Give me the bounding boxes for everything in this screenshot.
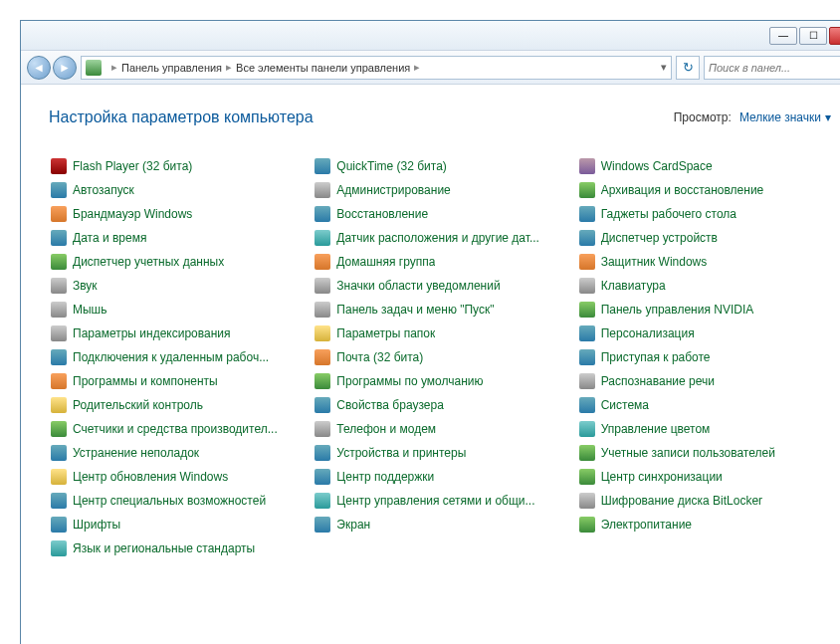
- item-icon: [579, 349, 595, 365]
- breadcrumb-part[interactable]: Все элементы панели управления: [236, 62, 410, 74]
- control-panel-item[interactable]: Параметры индексирования: [49, 322, 303, 345]
- item-icon: [579, 373, 595, 389]
- control-panel-item[interactable]: Родительский контроль: [49, 393, 303, 417]
- control-panel-item[interactable]: Параметры папок: [313, 322, 566, 345]
- item-icon: [579, 469, 595, 485]
- item-label: Значки области уведомлений: [336, 279, 500, 293]
- item-icon: [579, 517, 595, 533]
- item-icon: [579, 158, 595, 174]
- search-box[interactable]: 🔍: [704, 56, 840, 80]
- heading-row: Настройка параметров компьютера Просмотр…: [49, 108, 831, 126]
- control-panel-item[interactable]: Система: [577, 393, 831, 417]
- control-panel-item[interactable]: Экран: [313, 513, 566, 537]
- control-panel-item[interactable]: Автозапуск: [49, 178, 303, 202]
- control-panel-item[interactable]: Гаджеты рабочего стола: [577, 202, 831, 226]
- control-panel-item[interactable]: QuickTime (32 бита): [313, 154, 566, 178]
- minimize-button[interactable]: —: [769, 27, 797, 45]
- control-panel-item[interactable]: Центр специальных возможностей: [49, 489, 303, 513]
- item-label: Приступая к работе: [601, 350, 711, 364]
- item-label: Система: [601, 398, 649, 412]
- item-label: Клавиатура: [601, 279, 666, 293]
- control-panel-item[interactable]: Центр управления сетями и общи...: [313, 489, 566, 513]
- chevron-right-icon: ▸: [226, 61, 232, 74]
- page-title: Настройка параметров компьютера: [49, 108, 314, 126]
- control-panel-item[interactable]: Шрифты: [49, 513, 303, 537]
- item-icon: [51, 397, 67, 413]
- control-panel-item[interactable]: Распознавание речи: [577, 369, 831, 393]
- back-button[interactable]: ◄: [27, 56, 51, 80]
- control-panel-item[interactable]: Электропитание: [577, 513, 831, 537]
- item-label: Защитник Windows: [601, 255, 708, 269]
- item-icon: [579, 230, 595, 246]
- control-panel-item[interactable]: Клавиатура: [577, 274, 831, 298]
- control-panel-item[interactable]: Панель задач и меню "Пуск": [313, 298, 566, 322]
- control-panel-item[interactable]: Защитник Windows: [577, 250, 831, 274]
- control-panel-item[interactable]: Персонализация: [577, 322, 831, 345]
- item-icon: [315, 517, 330, 533]
- control-panel-item[interactable]: Устройства и принтеры: [313, 441, 566, 465]
- control-panel-item[interactable]: Учетные записи пользователей: [577, 441, 831, 465]
- item-label: Диспетчер учетных данных: [73, 255, 224, 269]
- titlebar: — ☐ ✕: [21, 21, 840, 51]
- item-icon: [315, 349, 330, 365]
- close-button[interactable]: ✕: [829, 27, 840, 45]
- breadcrumb-part[interactable]: Панель управления: [121, 62, 222, 74]
- forward-button[interactable]: ►: [53, 56, 77, 80]
- item-icon: [579, 278, 595, 294]
- item-icon: [51, 445, 67, 461]
- control-panel-item[interactable]: Мышь: [49, 298, 303, 322]
- control-panel-item[interactable]: Телефон и модем: [313, 417, 566, 441]
- control-panel-item[interactable]: Центр обновления Windows: [49, 465, 303, 489]
- item-icon: [579, 254, 595, 270]
- item-icon: [579, 182, 595, 198]
- search-input[interactable]: [709, 62, 840, 74]
- item-icon: [315, 230, 330, 246]
- control-panel-item[interactable]: Flash Player (32 бита): [49, 154, 303, 178]
- control-panel-item[interactable]: Датчик расположения и другие дат...: [313, 226, 566, 250]
- item-icon: [315, 493, 330, 509]
- control-panel-item[interactable]: Звук: [49, 274, 303, 298]
- item-icon: [315, 302, 330, 318]
- control-panel-item[interactable]: Диспетчер учетных данных: [49, 250, 303, 274]
- item-label: Счетчики и средства производител...: [73, 422, 278, 436]
- control-panel-item[interactable]: Администрирование: [313, 178, 566, 202]
- control-panel-item[interactable]: Подключения к удаленным рабоч...: [49, 345, 303, 369]
- navbar: ◄ ► ▸ Панель управления ▸ Все элементы п…: [21, 51, 840, 85]
- control-panel-item[interactable]: Свойства браузера: [313, 393, 566, 417]
- control-panel-item[interactable]: Дата и время: [49, 226, 303, 250]
- control-panel-item[interactable]: Почта (32 бита): [313, 345, 566, 369]
- breadcrumb-dropdown[interactable]: ▾: [661, 61, 667, 74]
- item-label: Параметры индексирования: [73, 326, 230, 340]
- control-panel-item[interactable]: Программы и компоненты: [49, 369, 303, 393]
- control-panel-item[interactable]: Устранение неполадок: [49, 441, 303, 465]
- item-icon: [315, 182, 330, 198]
- control-panel-item[interactable]: Управление цветом: [577, 417, 831, 441]
- control-panel-item[interactable]: Windows CardSpace: [577, 154, 831, 178]
- control-panel-item[interactable]: Шифрование диска BitLocker: [577, 489, 831, 513]
- control-panel-item[interactable]: Приступая к работе: [577, 345, 831, 369]
- item-label: Подключения к удаленным рабоч...: [73, 350, 269, 364]
- item-icon: [579, 493, 595, 509]
- control-panel-item[interactable]: Программы по умолчанию: [313, 369, 566, 393]
- item-label: Домашняя группа: [336, 255, 435, 269]
- control-panel-item[interactable]: Язык и региональные стандарты: [49, 537, 303, 560]
- control-panel-item[interactable]: Панель управления NVIDIA: [577, 298, 831, 322]
- control-panel-item[interactable]: Домашняя группа: [313, 250, 566, 274]
- control-panel-item[interactable]: Счетчики и средства производител...: [49, 417, 303, 441]
- maximize-button[interactable]: ☐: [799, 27, 827, 45]
- control-panel-item[interactable]: Архивация и восстановление: [577, 178, 831, 202]
- item-icon: [579, 397, 595, 413]
- control-panel-item[interactable]: Брандмауэр Windows: [49, 202, 303, 226]
- control-panel-item[interactable]: Центр синхронизации: [577, 465, 831, 489]
- item-label: Родительский контроль: [73, 398, 203, 412]
- item-label: Гаджеты рабочего стола: [601, 207, 736, 221]
- breadcrumb[interactable]: ▸ Панель управления ▸ Все элементы панел…: [81, 56, 672, 80]
- item-label: Диспетчер устройств: [601, 231, 718, 245]
- control-panel-item[interactable]: Значки области уведомлений: [313, 274, 566, 298]
- control-panel-item[interactable]: Диспетчер устройств: [577, 226, 831, 250]
- refresh-button[interactable]: ↻: [676, 56, 700, 80]
- item-label: Шифрование диска BitLocker: [601, 494, 762, 508]
- control-panel-item[interactable]: Центр поддержки: [313, 465, 566, 489]
- view-dropdown[interactable]: Мелкие значки ▾: [739, 110, 831, 124]
- control-panel-item[interactable]: Восстановление: [313, 202, 566, 226]
